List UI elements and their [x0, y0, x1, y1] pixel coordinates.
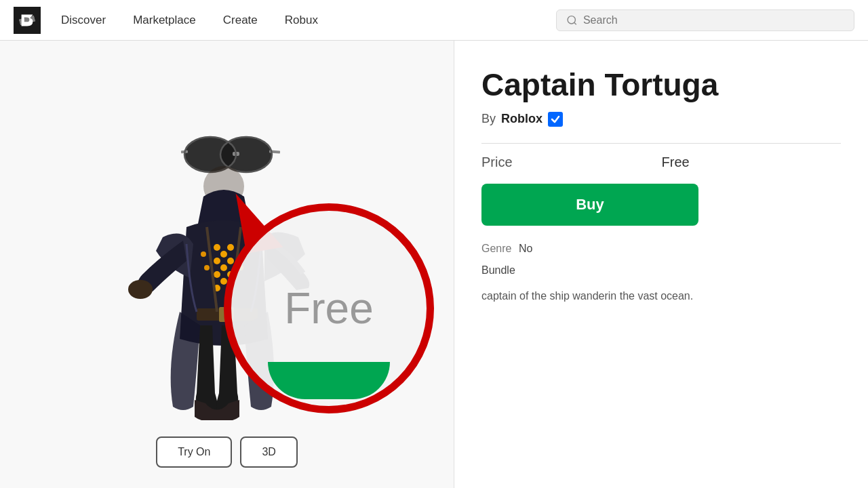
svg-point-12: [214, 244, 220, 251]
main-content: Try On 3D Free Captain Tortuga By Roblox: [0, 41, 868, 488]
svg-point-13: [214, 258, 220, 264]
divider-1: [481, 143, 841, 144]
genre-value: No: [519, 243, 532, 254]
item-details: Captain Tortuga By Roblox Price Free Buy…: [454, 41, 868, 488]
genre-row: Genre No: [481, 239, 841, 259]
item-preview: Try On 3D Free: [0, 41, 454, 488]
navbar: Discover Marketplace Create Robux: [0, 0, 868, 41]
svg-point-24: [204, 265, 210, 270]
character-display: [98, 108, 356, 420]
buy-button[interactable]: Buy: [481, 184, 698, 226]
svg-point-14: [214, 271, 220, 278]
svg-point-26: [238, 265, 243, 270]
roblox-logo[interactable]: [14, 7, 41, 34]
svg-point-23: [201, 251, 206, 257]
3d-button[interactable]: 3D: [240, 436, 297, 468]
item-description: captain of the ship wanderin the vast oc…: [481, 287, 841, 305]
svg-point-21: [227, 271, 234, 278]
nav-links: Discover Marketplace Create Robux: [47, 8, 332, 33]
nav-discover[interactable]: Discover: [47, 8, 119, 33]
try-on-button[interactable]: Try On: [156, 436, 232, 468]
search-icon: [566, 14, 578, 26]
svg-line-3: [574, 22, 576, 24]
genre-label: Genre: [481, 243, 511, 254]
search-bar: [556, 9, 854, 31]
nav-robux[interactable]: Robux: [271, 8, 332, 33]
svg-point-27: [128, 280, 153, 299]
item-info: Genre No Bundle captain of the ship wand…: [481, 239, 841, 305]
search-input[interactable]: [583, 14, 844, 26]
price-label: Price: [481, 155, 513, 170]
price-row: Price Free: [481, 155, 841, 170]
price-value: Free: [662, 155, 690, 170]
item-title: Captain Tortuga: [481, 68, 841, 102]
roblox-logo-icon: [18, 11, 37, 30]
item-creator: By Roblox: [481, 112, 841, 127]
svg-point-19: [227, 244, 234, 251]
verified-badge: [548, 112, 563, 127]
character-svg: [98, 108, 356, 420]
svg-point-18: [220, 278, 227, 285]
checkmark-icon: [551, 115, 560, 124]
creator-prefix: By: [481, 112, 496, 126]
svg-point-25: [241, 251, 247, 257]
type-value: Bundle: [481, 264, 515, 276]
nav-create[interactable]: Create: [210, 8, 271, 33]
creator-name[interactable]: Roblox: [501, 112, 542, 126]
action-buttons: Try On 3D: [156, 436, 298, 468]
nav-marketplace[interactable]: Marketplace: [119, 8, 210, 33]
svg-point-20: [227, 258, 234, 264]
svg-point-2: [568, 16, 575, 23]
svg-point-17: [220, 264, 227, 271]
type-row: Bundle: [481, 261, 841, 281]
svg-point-16: [220, 251, 227, 258]
